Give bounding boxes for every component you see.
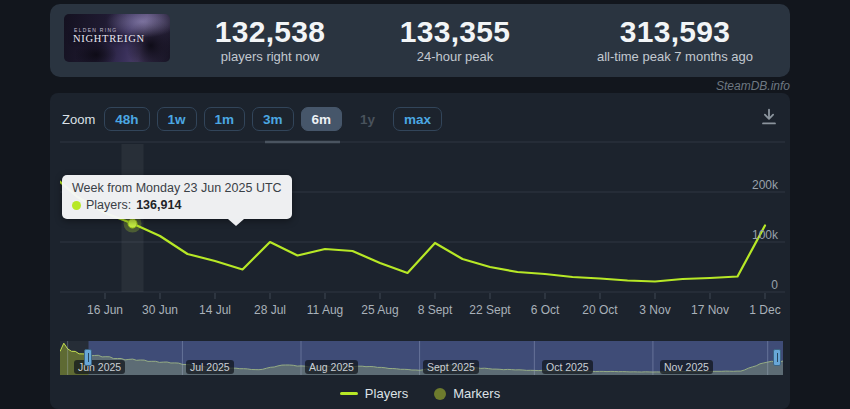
players-swatch-icon [340, 392, 358, 395]
tooltip-value: 136,914 [136, 198, 181, 212]
chart-tooltip: Week from Monday 23 Jun 2025 UTC Players… [62, 175, 292, 219]
legend-item-players[interactable]: Players [340, 386, 408, 401]
zoom-button-1m[interactable]: 1m [204, 107, 246, 131]
steamdb-chart-widget: ELDEN RING NIGHTREIGN 132,538 players ri… [0, 0, 850, 409]
x-axis-label-14-Jul: 14 Jul [199, 303, 231, 317]
markers-swatch-icon [434, 388, 446, 400]
navigator-month-label-Aug-2025: Aug 2025 [305, 360, 358, 374]
y-axis-label-0: 0 [771, 278, 778, 292]
stat-24h-peak: 133,355 24-hour peak [365, 16, 545, 64]
navigator-left-handle[interactable] [84, 349, 92, 366]
alltime-peak-label: all-time peak 7 months ago [555, 49, 795, 64]
x-axis-label-1-Dec: 1 Dec [749, 303, 780, 317]
x-axis-label-3-Nov: 3 Nov [639, 303, 670, 317]
x-axis-label-16-Jun: 16 Jun [87, 303, 123, 317]
tooltip-title: Week from Monday 23 Jun 2025 UTC [72, 181, 282, 195]
chart-panel: Zoom 48h1w1m3m6m1ymax 0100k200k16 Jun30 … [50, 93, 790, 409]
navigator-month-label-Sept-2025: Sept 2025 [423, 360, 479, 374]
zoom-button-3m[interactable]: 3m [252, 107, 294, 131]
x-axis-label-25-Aug: 25 Aug [361, 303, 398, 317]
zoom-button-48h[interactable]: 48h [104, 107, 149, 131]
y-axis-label-200k: 200k [752, 178, 779, 192]
x-axis-label-22-Sept: 22 Sept [469, 303, 511, 317]
steamdb-watermark: SteamDB.info [716, 79, 790, 93]
range-navigator[interactable]: Jun 2025Jul 2025Aug 2025Sept 2025Oct 202… [60, 341, 783, 375]
x-axis-label-20-Oct: 20 Oct [582, 303, 618, 317]
navigator-right-handle[interactable] [773, 349, 781, 366]
legend-label: Players [365, 386, 408, 401]
download-button[interactable] [758, 106, 780, 128]
y-axis-label-100k: 100k [752, 228, 779, 242]
navigator-month-label-Jun-2025: Jun 2025 [74, 360, 125, 374]
hover-marker-dot[interactable] [128, 219, 137, 228]
x-axis-label-28-Jul: 28 Jul [254, 303, 286, 317]
game-subtitle: NIGHTREIGN [73, 33, 145, 44]
x-axis-label-17-Nov: 17 Nov [691, 303, 729, 317]
navigator-month-label-Nov-2025: Nov 2025 [660, 360, 713, 374]
peak-24h-label: 24-hour peak [365, 49, 545, 64]
tooltip-series-dot-icon [72, 201, 81, 210]
peak-24h-value: 133,355 [365, 16, 545, 47]
game-banner[interactable]: ELDEN RING NIGHTREIGN [64, 14, 170, 62]
x-axis-label-8-Sept: 8 Sept [418, 303, 453, 317]
players-now-value: 132,538 [180, 16, 360, 47]
zoom-button-row: Zoom 48h1w1m3m6m1ymax [62, 107, 442, 131]
players-chart-plot[interactable]: 0100k200k16 Jun30 Jun14 Jul28 Jul11 Aug2… [50, 140, 790, 325]
zoom-button-1y: 1y [349, 107, 386, 131]
zoom-label: Zoom [62, 112, 95, 127]
download-icon [758, 106, 780, 128]
tooltip-series-label: Players: [86, 198, 131, 212]
legend-item-markers[interactable]: Markers [434, 386, 500, 401]
chart-legend: PlayersMarkers [50, 386, 790, 401]
stat-players-now: 132,538 players right now [180, 16, 360, 64]
legend-label: Markers [453, 386, 500, 401]
zoom-button-max[interactable]: max [393, 107, 442, 131]
x-axis-label-30-Jun: 30 Jun [142, 303, 178, 317]
navigator-month-label-Jul-2025: Jul 2025 [186, 360, 234, 374]
zoom-button-1w[interactable]: 1w [157, 107, 197, 131]
x-axis-label-11-Aug: 11 Aug [307, 303, 343, 317]
x-axis-label-6-Oct: 6 Oct [531, 303, 560, 317]
alltime-peak-value: 313,593 [555, 16, 795, 47]
players-now-label: players right now [180, 49, 360, 64]
navigator-month-label-Oct-2025: Oct 2025 [542, 360, 593, 374]
zoom-button-6m[interactable]: 6m [301, 107, 343, 131]
header-panel: ELDEN RING NIGHTREIGN 132,538 players ri… [50, 4, 790, 77]
stat-alltime-peak: 313,593 all-time peak 7 months ago [555, 16, 795, 64]
